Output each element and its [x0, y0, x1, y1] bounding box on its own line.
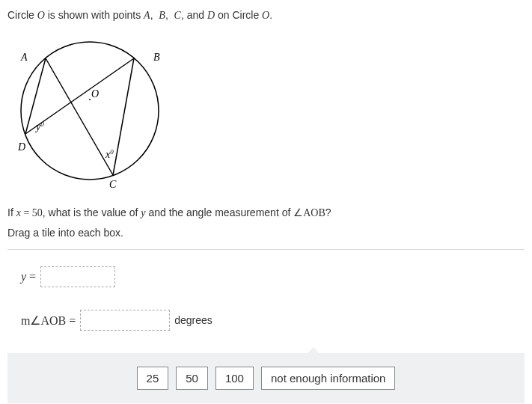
answer-area: y = m∠AOB = degrees: [7, 249, 525, 353]
math-O: O: [37, 10, 45, 21]
svg-line-1: [46, 58, 113, 175]
label-x: x0: [105, 148, 114, 160]
prompt-segment: ,: [165, 9, 171, 21]
dropzone-y[interactable]: [40, 266, 115, 287]
math-angle: ∠AOB: [293, 207, 325, 218]
instruction-text: Drag a tile into each box.: [7, 227, 525, 239]
prompt-segment: , and: [181, 9, 207, 21]
prompt-segment: Circle: [7, 9, 37, 21]
label-B: B: [153, 52, 160, 63]
answer-row-y: y =: [21, 266, 511, 287]
answer-label-y: y =: [21, 270, 36, 284]
math-C: C: [174, 10, 181, 21]
dropzone-aob[interactable]: [80, 310, 170, 331]
math-A: A: [144, 10, 150, 21]
svg-point-0: [21, 42, 159, 180]
label-C: C: [109, 179, 117, 189]
prompt-segment: on Circle: [215, 9, 262, 21]
tile-50[interactable]: 50: [176, 367, 208, 390]
prompt-segment: is shown with points: [45, 9, 144, 21]
svg-point-5: [89, 99, 91, 100]
prompt-segment: .: [269, 9, 272, 21]
label-O: O: [91, 88, 99, 100]
circle-diagram: O A B C D y0 x0: [7, 32, 525, 192]
q-eq: = 50: [21, 207, 43, 218]
q-seg: ?: [325, 206, 331, 218]
label-D: D: [17, 141, 25, 153]
svg-line-4: [113, 58, 134, 175]
tile-tray: 25 50 100 not enough information: [7, 353, 525, 403]
q-seg: , what is the value of: [43, 206, 141, 218]
label-A: A: [20, 52, 28, 63]
tile-not-enough-info[interactable]: not enough information: [261, 367, 395, 390]
prompt-text: Circle O is shown with points A, B, C, a…: [7, 7, 525, 23]
tile-25[interactable]: 25: [137, 367, 169, 390]
answer-label-aob: m∠AOB =: [21, 313, 76, 328]
answer-row-aob: m∠AOB = degrees: [21, 310, 511, 331]
math-O: O: [262, 10, 269, 21]
question-text: If x = 50, what is the value of y and th…: [7, 206, 525, 219]
q-seg: and the angle measurement of: [146, 206, 294, 218]
prompt-segment: ,: [150, 9, 156, 21]
unit-degrees: degrees: [174, 314, 213, 326]
tile-100[interactable]: 100: [215, 367, 254, 390]
math-D: D: [207, 10, 215, 21]
q-seg: If: [7, 206, 16, 218]
label-y: y0: [34, 120, 44, 132]
math-B: B: [159, 10, 165, 21]
